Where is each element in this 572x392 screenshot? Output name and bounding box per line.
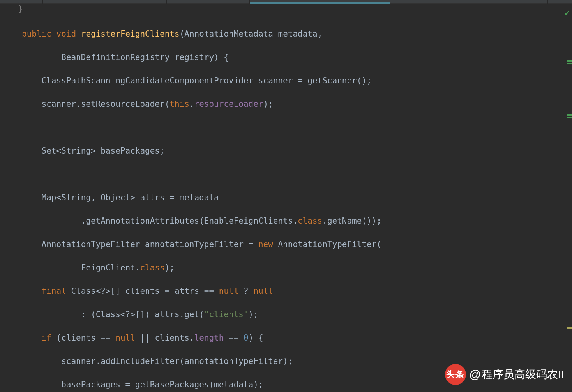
field-ref: resourceLoader <box>194 99 263 109</box>
code-line[interactable]: Map<String, Object> attrs = metadata <box>22 192 566 203</box>
code-editor[interactable]: public void registerFeignClients(Annotat… <box>0 4 566 392</box>
number-literal: 0 <box>244 333 249 343</box>
warning-marker[interactable] <box>567 327 572 329</box>
watermark-text: @ 程序员高级码农II <box>469 369 564 380</box>
keyword: null <box>115 333 135 343</box>
tab-separator <box>547 0 548 4</box>
method-name: registerFeignClients <box>81 29 180 39</box>
code-line[interactable]: BeanDefinitionRegistry registry) { <box>22 51 566 63</box>
keyword: public <box>22 29 51 39</box>
keyword: final <box>42 286 66 296</box>
keyword: this <box>169 99 189 109</box>
code-text: ? <box>238 286 253 296</box>
class-ref: EnableFeignClients <box>204 216 293 226</box>
code-line[interactable]: ClassPathScanningCandidateComponentProvi… <box>22 75 566 87</box>
code-line[interactable]: public void registerFeignClients(Annotat… <box>22 28 566 40</box>
code-line[interactable]: scanner.setResourceLoader(this.resourceL… <box>22 98 566 110</box>
code-line[interactable]: Set<String> basePackages; <box>22 145 566 157</box>
tab-separator <box>166 0 167 4</box>
code-line[interactable]: .getAnnotationAttributes(EnableFeignClie… <box>22 215 566 227</box>
keyword: void <box>56 29 76 39</box>
code-text: ); <box>263 99 273 109</box>
tab-separator <box>42 0 43 4</box>
string-literal: "clients" <box>204 310 249 319</box>
code-line[interactable] <box>22 122 566 133</box>
change-marker[interactable] <box>567 114 572 116</box>
code-text: Class<?>[] clients = attrs == <box>66 286 219 296</box>
keyword: if <box>42 333 51 343</box>
code-line[interactable] <box>22 168 566 180</box>
code-text: AnnotationTypeFilter( <box>273 240 381 249</box>
change-marker[interactable] <box>567 63 572 64</box>
code-line[interactable]: final Class<?>[] clients = attrs == null… <box>22 285 566 297</box>
code-text: AnnotationTypeFilter annotationTypeFilte… <box>22 240 258 249</box>
class-ref: FeignClient <box>81 263 135 272</box>
at-icon: @ <box>469 369 481 380</box>
code-text: == <box>224 333 244 343</box>
keyword: new <box>258 240 273 249</box>
code-text: ); <box>165 263 175 272</box>
editor-tab-bar[interactable] <box>0 0 572 4</box>
watermark: 头条 @ 程序员高级码农II <box>445 364 564 385</box>
code-line[interactable]: FeignClient.class); <box>22 262 566 274</box>
change-marker[interactable] <box>567 60 572 62</box>
keyword: class <box>140 263 164 272</box>
code-text: scanner.setResourceLoader( <box>22 99 169 109</box>
change-marker[interactable] <box>567 117 572 118</box>
watermark-author: 程序员高级码农II <box>482 369 564 380</box>
code-line[interactable]: : (Class<?>[]) attrs.get("clients"); <box>22 309 566 320</box>
code-text: : (Class<?>[]) attrs.get( <box>22 310 204 319</box>
code-text: (clients == <box>51 333 115 343</box>
field-ref: length <box>194 333 224 343</box>
tab-separator <box>391 0 391 4</box>
keyword: null <box>253 286 273 296</box>
code-text: .getAnnotationAttributes( <box>22 216 204 226</box>
keyword: class <box>298 216 322 226</box>
code-text: .getName()); <box>322 216 381 226</box>
keyword: null <box>219 286 239 296</box>
error-stripe[interactable] <box>567 4 572 392</box>
code-line[interactable]: AnnotationTypeFilter annotationTypeFilte… <box>22 238 566 250</box>
code-text <box>22 263 81 272</box>
watermark-badge-icon: 头条 <box>445 364 466 385</box>
code-text: ) { <box>249 333 263 343</box>
code-line[interactable]: if (clients == null || clients.length ==… <box>22 332 566 344</box>
tab-separator <box>249 0 250 4</box>
code-text: || clients. <box>135 333 194 343</box>
code-text: ); <box>249 310 258 319</box>
